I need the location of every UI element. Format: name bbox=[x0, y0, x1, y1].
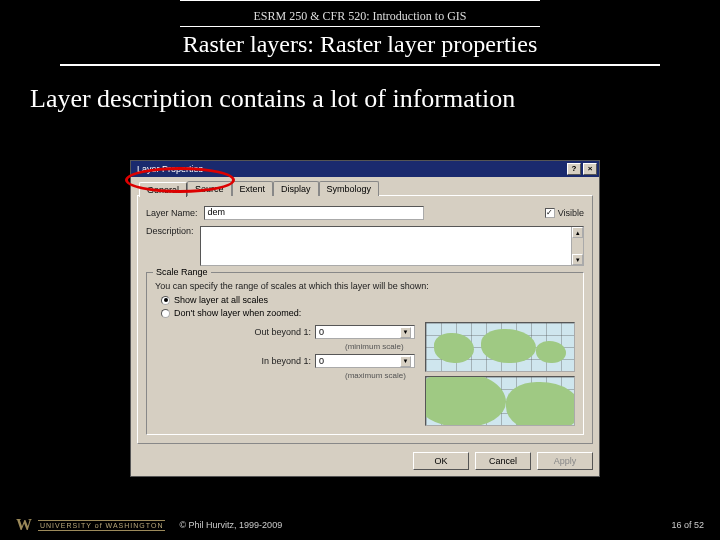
layer-properties-dialog: Layer Properties ? × General Source Exte… bbox=[130, 160, 600, 477]
scroll-down-icon[interactable]: ▾ bbox=[572, 254, 583, 265]
ok-button[interactable]: OK bbox=[413, 452, 469, 470]
out-beyond-label: Out beyond 1: bbox=[254, 327, 311, 337]
radio-show-all-scales[interactable] bbox=[161, 296, 170, 305]
help-button[interactable]: ? bbox=[567, 163, 581, 175]
slide-footer: W UNIVERSITY of WASHINGTON © Phil Hurvit… bbox=[0, 516, 720, 534]
slide-subtitle: Layer description contains a lot of info… bbox=[0, 76, 720, 124]
radio-dont-show-zoomed[interactable] bbox=[161, 309, 170, 318]
scroll-up-icon[interactable]: ▴ bbox=[572, 227, 583, 238]
layer-name-input[interactable]: dem bbox=[204, 206, 424, 220]
tab-panel-general: Layer Name: dem ✓ Visible Description: ▴… bbox=[137, 195, 593, 444]
maximum-scale-label: (maximum scale) bbox=[345, 371, 415, 380]
cancel-button[interactable]: Cancel bbox=[475, 452, 531, 470]
dropdown-icon[interactable]: ▼ bbox=[400, 356, 411, 367]
in-beyond-label: In beyond 1: bbox=[261, 356, 311, 366]
description-scrollbar[interactable]: ▴ ▾ bbox=[571, 227, 583, 265]
course-header: ESRM 250 & CFR 520: Introduction to GIS bbox=[0, 3, 720, 26]
layer-name-label: Layer Name: bbox=[146, 208, 198, 218]
scale-range-group: Scale Range You can specify the range of… bbox=[146, 272, 584, 435]
world-map-preview-large bbox=[425, 322, 575, 372]
close-button[interactable]: × bbox=[583, 163, 597, 175]
uw-w-icon: W bbox=[16, 516, 32, 534]
in-beyond-input[interactable]: 0 ▼ bbox=[315, 354, 415, 368]
tab-extent[interactable]: Extent bbox=[232, 181, 274, 196]
tab-strip: General Source Extent Display Symbology bbox=[139, 181, 593, 196]
copyright-text: © Phil Hurvitz, 1999-2009 bbox=[179, 520, 282, 530]
description-label: Description: bbox=[146, 226, 194, 236]
dialog-titlebar[interactable]: Layer Properties ? × bbox=[131, 161, 599, 177]
out-beyond-input[interactable]: 0 ▼ bbox=[315, 325, 415, 339]
in-beyond-value: 0 bbox=[319, 356, 324, 366]
uw-logo: W UNIVERSITY of WASHINGTON bbox=[16, 516, 165, 534]
minimum-scale-label: (minimum scale) bbox=[345, 342, 415, 351]
tab-general[interactable]: General bbox=[139, 182, 187, 197]
visible-checkbox[interactable]: ✓ bbox=[545, 208, 555, 218]
scale-range-legend: Scale Range bbox=[153, 267, 211, 277]
scale-range-hint: You can specify the range of scales at w… bbox=[155, 281, 575, 291]
out-beyond-value: 0 bbox=[319, 327, 324, 337]
tab-display[interactable]: Display bbox=[273, 181, 319, 196]
visible-label: Visible bbox=[558, 208, 584, 218]
dropdown-icon[interactable]: ▼ bbox=[400, 327, 411, 338]
radio-dont-show-label: Don't show layer when zoomed: bbox=[174, 308, 301, 318]
world-map-preview-small bbox=[425, 376, 575, 426]
tab-source[interactable]: Source bbox=[187, 181, 232, 196]
tab-symbology[interactable]: Symbology bbox=[319, 181, 380, 196]
dialog-title: Layer Properties bbox=[137, 164, 203, 174]
uw-text: UNIVERSITY of WASHINGTON bbox=[38, 520, 165, 531]
apply-button[interactable]: Apply bbox=[537, 452, 593, 470]
radio-show-all-label: Show layer at all scales bbox=[174, 295, 268, 305]
description-textarea[interactable]: ▴ ▾ bbox=[200, 226, 584, 266]
page-number: 16 of 52 bbox=[671, 520, 704, 530]
slide-title: Raster layers: Raster layer properties bbox=[0, 29, 720, 64]
